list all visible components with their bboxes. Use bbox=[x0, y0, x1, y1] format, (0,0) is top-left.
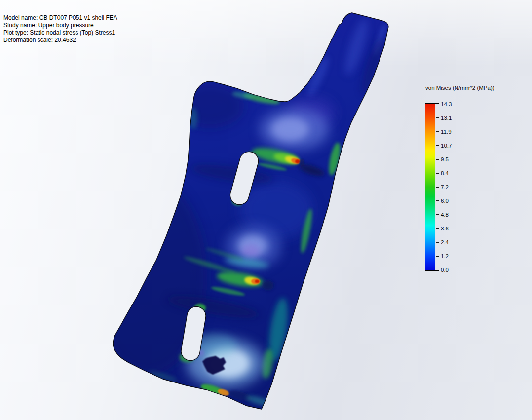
stress-legend[interactable]: von Mises (N/mm^2 (MPa)) 14.313.111.910.… bbox=[425, 85, 494, 287]
fea-part bbox=[89, 13, 388, 409]
legend-tick-label: 2.4 bbox=[441, 239, 449, 245]
legend-title: von Mises (N/mm^2 (MPa)) bbox=[425, 85, 494, 91]
legend-tick-label: 6.0 bbox=[441, 198, 449, 204]
legend-tick-mark bbox=[436, 187, 439, 188]
legend-tick-label: 14.3 bbox=[441, 101, 452, 107]
annotation-line: Deformation scale: 20.4632 bbox=[3, 37, 117, 44]
legend-tick-mark bbox=[436, 200, 439, 201]
legend-tick-mark bbox=[436, 214, 439, 215]
legend-tick-label: 3.6 bbox=[441, 226, 449, 231]
legend-tick-mark bbox=[436, 131, 439, 132]
plot-annotation: Model name: CB DT007 P051 v1 shell FEASt… bbox=[3, 14, 117, 44]
legend-tick-label: 11.9 bbox=[441, 129, 452, 135]
legend-tick-label: 7.2 bbox=[441, 184, 449, 190]
legend-cap-bottom bbox=[425, 270, 439, 271]
legend-tick-mark bbox=[436, 117, 439, 118]
legend-tick-label: 10.7 bbox=[441, 143, 452, 149]
legend-tick-mark bbox=[436, 173, 439, 174]
legend-tick-label: 1.2 bbox=[441, 253, 449, 259]
legend-tick-mark bbox=[436, 256, 439, 257]
legend-tick-label: 13.1 bbox=[441, 115, 452, 121]
legend-tick-mark bbox=[436, 242, 439, 243]
legend-tick-mark bbox=[436, 145, 439, 146]
solidworks-graphics-viewport[interactable]: Model name: CB DT007 P051 v1 shell FEASt… bbox=[0, 0, 532, 420]
annotation-line: Study name: Upper body pressure bbox=[3, 22, 117, 29]
legend-tick-label: 4.8 bbox=[441, 212, 449, 218]
legend-tick-mark bbox=[436, 228, 439, 229]
legend-tick-label: 8.4 bbox=[441, 170, 449, 176]
legend-ticks: 14.313.111.910.79.58.47.26.04.83.62.41.2… bbox=[425, 104, 494, 270]
legend-tick-label: 0.0 bbox=[441, 267, 449, 273]
annotation-line: Model name: CB DT007 P051 v1 shell FEA bbox=[3, 14, 117, 22]
legend-tick-mark bbox=[436, 159, 439, 160]
annotation-line: Plot type: Static nodal stress (Top) Str… bbox=[3, 29, 117, 37]
legend-tick-label: 9.5 bbox=[441, 156, 449, 162]
